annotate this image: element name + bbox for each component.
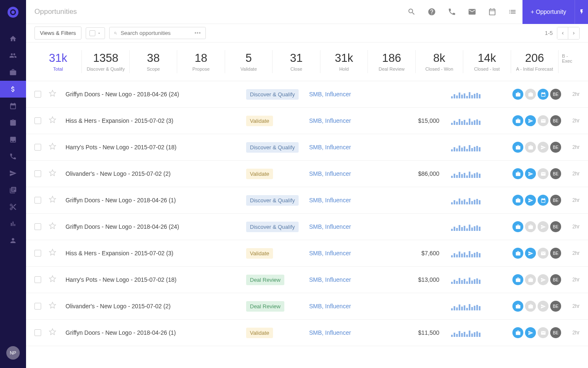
- opportunity-row[interactable]: Harry's Pots - New Logo - 2015-07-02 (18…: [26, 134, 588, 161]
- star-icon[interactable]: [49, 222, 56, 231]
- row-action-icon[interactable]: [512, 274, 523, 285]
- row-action-icon[interactable]: [538, 274, 549, 285]
- row-checkbox[interactable]: [34, 223, 41, 230]
- row-action-icon[interactable]: [512, 142, 523, 153]
- mail-icon[interactable]: [462, 8, 482, 16]
- row-checkbox[interactable]: [34, 91, 41, 98]
- owner-avatar[interactable]: BE: [550, 89, 561, 100]
- more-icon[interactable]: •••: [194, 30, 201, 36]
- row-action-icon[interactable]: [525, 142, 536, 153]
- opportunity-row[interactable]: Griffyn Doors - New Logo - 2018-04-26 (1…: [26, 320, 588, 346]
- nav-inbox-icon[interactable]: [0, 131, 26, 148]
- star-icon[interactable]: [49, 90, 56, 99]
- opportunity-row[interactable]: Olivander's - New Logo - 2015-07-02 (2)V…: [26, 161, 588, 187]
- stat-discover-qualify[interactable]: 1358Discover & Qualify: [82, 50, 129, 73]
- nav-calendar-icon[interactable]: [0, 98, 26, 114]
- owner-avatar[interactable]: BE: [550, 115, 561, 126]
- row-action-icon[interactable]: [525, 248, 536, 259]
- star-icon[interactable]: [49, 169, 56, 178]
- tags[interactable]: SMB, Influencer: [309, 117, 406, 124]
- phone-icon[interactable]: [442, 8, 462, 16]
- bolt-icon[interactable]: [575, 0, 588, 24]
- stat-validate[interactable]: 5Validate: [225, 50, 273, 73]
- row-action-icon[interactable]: [525, 301, 536, 312]
- star-icon[interactable]: [49, 249, 56, 258]
- owner-avatar[interactable]: BE: [550, 168, 561, 179]
- opportunity-row[interactable]: Griffyn Doors - New Logo - 2018-04-26 (1…: [26, 187, 588, 214]
- stat-b-exec[interactable]: B - Exec: [559, 50, 580, 73]
- tags[interactable]: SMB, Influencer: [309, 170, 406, 177]
- nav-book-icon[interactable]: [0, 182, 26, 199]
- nav-person-icon[interactable]: [0, 232, 26, 249]
- star-icon[interactable]: [49, 196, 56, 205]
- row-action-icon[interactable]: [525, 274, 536, 285]
- row-checkbox[interactable]: [34, 329, 41, 336]
- row-action-icon[interactable]: [512, 327, 523, 338]
- row-action-icon[interactable]: [538, 168, 549, 179]
- row-action-icon[interactable]: [525, 89, 536, 100]
- prev-page-button[interactable]: [557, 27, 568, 39]
- stat-propose[interactable]: 18Propose: [177, 50, 225, 73]
- stat-closed-won[interactable]: 8kClosed - Won: [416, 50, 463, 73]
- opportunity-row[interactable]: Griffyn Doors - New Logo - 2018-04-26 (2…: [26, 81, 588, 108]
- stat-deal-review[interactable]: 186Deal Review: [368, 50, 415, 73]
- stat-close[interactable]: 31Close: [273, 50, 320, 73]
- owner-avatar[interactable]: BE: [550, 142, 561, 153]
- nav-people-icon[interactable]: [0, 47, 26, 64]
- row-action-icon[interactable]: [512, 168, 523, 179]
- owner-avatar[interactable]: BE: [550, 195, 561, 206]
- row-action-icon[interactable]: [538, 195, 549, 206]
- opportunity-row[interactable]: Griffyn Doors - New Logo - 2018-04-26 (2…: [26, 214, 588, 240]
- stat-a-initial-forecast[interactable]: 206A - Initial Forecast: [511, 50, 559, 73]
- row-action-icon[interactable]: [538, 301, 549, 312]
- owner-avatar[interactable]: BE: [550, 248, 561, 259]
- star-icon[interactable]: [49, 143, 56, 152]
- nav-clipboard-icon[interactable]: [0, 114, 26, 131]
- owner-avatar[interactable]: BE: [550, 327, 561, 338]
- select-all-checkbox[interactable]: [86, 27, 105, 39]
- tags[interactable]: SMB, Influencer: [309, 250, 406, 257]
- search-field[interactable]: •••: [109, 27, 206, 39]
- row-checkbox[interactable]: [34, 250, 41, 257]
- nav-briefcase-icon[interactable]: [0, 64, 26, 81]
- tags[interactable]: SMB, Influencer: [309, 276, 406, 283]
- row-action-icon[interactable]: [538, 327, 549, 338]
- tags[interactable]: SMB, Influencer: [309, 329, 406, 336]
- row-checkbox[interactable]: [34, 197, 41, 204]
- opportunity-row[interactable]: Hiss & Hers - Expansion - 2015-07-02 (3)…: [26, 240, 588, 267]
- row-action-icon[interactable]: [538, 115, 549, 126]
- row-checkbox[interactable]: [34, 303, 41, 310]
- row-checkbox[interactable]: [34, 117, 41, 124]
- stat-scope[interactable]: 38Scope: [130, 50, 177, 73]
- nav-money-icon[interactable]: [0, 81, 26, 98]
- row-action-icon[interactable]: [512, 195, 523, 206]
- list-icon[interactable]: [502, 8, 522, 16]
- views-filters-button[interactable]: Views & Filters: [34, 26, 81, 40]
- nav-phone-icon[interactable]: [0, 148, 26, 165]
- star-icon[interactable]: [49, 328, 56, 337]
- tags[interactable]: SMB, Influencer: [309, 303, 406, 310]
- row-action-icon[interactable]: [538, 248, 549, 259]
- calendar-top-icon[interactable]: [482, 8, 502, 16]
- search-icon[interactable]: [402, 8, 422, 16]
- stat-closed-lost[interactable]: 14kClosed - lost: [463, 50, 511, 73]
- opportunity-row[interactable]: Harry's Pots - New Logo - 2015-07-02 (18…: [26, 267, 588, 293]
- search-input[interactable]: [121, 30, 191, 36]
- nav-home-icon[interactable]: [0, 30, 26, 47]
- next-page-button[interactable]: [568, 27, 579, 39]
- row-action-icon[interactable]: [512, 248, 523, 259]
- row-action-icon[interactable]: [525, 221, 536, 232]
- nav-cut-icon[interactable]: [0, 199, 26, 215]
- tags[interactable]: SMB, Influencer: [309, 91, 406, 98]
- row-checkbox[interactable]: [34, 144, 41, 151]
- row-action-icon[interactable]: [538, 142, 549, 153]
- row-action-icon[interactable]: [512, 115, 523, 126]
- stat-hold[interactable]: 31kHold: [320, 50, 368, 73]
- app-logo[interactable]: [8, 7, 18, 18]
- add-opportunity-button[interactable]: + Opportunity: [522, 0, 575, 24]
- help-icon[interactable]: [422, 8, 442, 16]
- row-action-icon[interactable]: [525, 168, 536, 179]
- row-action-icon[interactable]: [538, 89, 549, 100]
- row-action-icon[interactable]: [525, 195, 536, 206]
- star-icon[interactable]: [49, 275, 56, 284]
